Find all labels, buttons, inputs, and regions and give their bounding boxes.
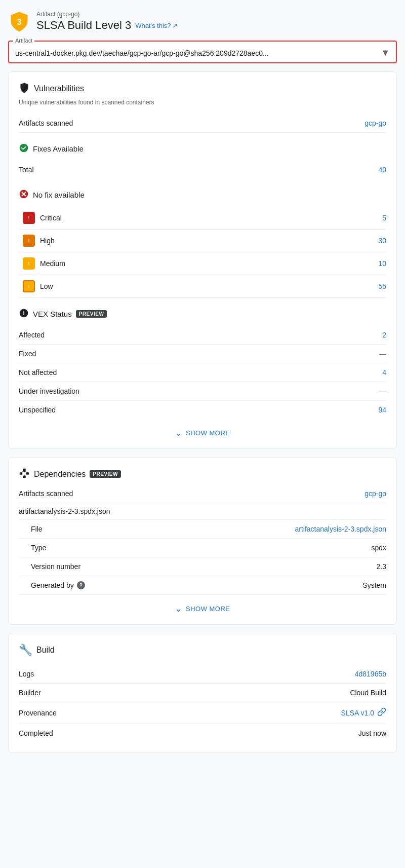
header-title: SLSA Build Level 3 What's this? ↗ (36, 19, 178, 32)
vex-not-affected-value[interactable]: 4 (382, 368, 386, 376)
severity-row-critical: Critical 5 (19, 207, 386, 230)
build-provenance-value: SLSA v1.0 (341, 709, 374, 717)
build-provenance-row: Provenance SLSA v1.0 (19, 702, 386, 724)
vex-fixed-value: — (379, 350, 386, 358)
vex-preview-badge: PREVIEW (76, 310, 107, 318)
build-builder-label: Builder (19, 689, 41, 697)
severity-left-low: ! Low (23, 280, 53, 292)
high-label: High (40, 237, 55, 245)
svg-line-18 (24, 471, 27, 472)
svg-text:!: ! (28, 285, 29, 288)
medium-value[interactable]: 10 (378, 259, 386, 268)
header-text: Artifact (gcp-go) SLSA Build Level 3 Wha… (36, 11, 178, 32)
build-builder-row: Builder Cloud Build (19, 684, 386, 702)
build-logs-value[interactable]: 4d81965b (355, 670, 386, 678)
vulnerabilities-title: Vulnerabilities (34, 84, 84, 93)
vulnerabilities-subtitle: Unique vulnerabilities found in scanned … (19, 99, 386, 106)
dep-type-row: Type spdx (19, 539, 386, 557)
severity-row-low: ! Low 55 (19, 275, 386, 298)
artifacts-scanned-value[interactable]: gcp-go (364, 119, 386, 127)
svg-rect-15 (23, 476, 26, 478)
external-link-icon: ↗ (172, 22, 178, 29)
vex-unspecified-value[interactable]: 94 (378, 406, 386, 414)
dep-filename-row: artifactanalysis-2-3.spdx.json (19, 503, 386, 520)
dep-version-label: Version number (31, 562, 80, 571)
critical-label: Critical (40, 214, 62, 222)
severity-left-medium: ! Medium (23, 257, 65, 270)
vex-under-investigation-value: — (379, 387, 386, 395)
low-value[interactable]: 55 (378, 282, 386, 290)
fixes-total-value[interactable]: 40 (378, 166, 386, 174)
fixes-available-header: Fixes Available (19, 139, 386, 159)
artifact-dropdown[interactable]: us-central1-docker.pkg.dev/taechae/gcp-g… (15, 48, 390, 58)
no-fix-header: No fix available (19, 185, 386, 205)
build-completed-label: Completed (19, 729, 53, 737)
severity-row-medium: ! Medium 10 (19, 252, 386, 275)
vex-affected-label: Affected (19, 331, 45, 339)
no-fix-section: No fix available Critical 5 ! Hi (19, 185, 386, 298)
dependencies-preview-badge: PREVIEW (90, 470, 121, 478)
svg-text:3: 3 (17, 18, 22, 26)
artifacts-scanned-label: Artifacts scanned (19, 119, 73, 127)
vex-affected-value[interactable]: 2 (382, 331, 386, 339)
svg-text:!: ! (28, 239, 30, 243)
vex-unspecified-label: Unspecified (19, 406, 56, 414)
check-circle-icon (19, 143, 29, 155)
svg-text:i: i (23, 310, 24, 316)
dep-file-label: File (31, 525, 43, 533)
build-logs-label: Logs (19, 670, 34, 678)
show-more-chevron-icon: ⌄ (175, 427, 183, 438)
medium-label: Medium (40, 259, 65, 268)
vex-fixed-label: Fixed (19, 350, 36, 358)
medium-icon: ! (23, 257, 35, 270)
dep-generated-by-label: Generated by (31, 581, 74, 589)
artifact-selector[interactable]: Artifact us-central1-docker.pkg.dev/taec… (8, 41, 397, 63)
vex-under-investigation-row: Under investigation — (19, 382, 386, 401)
page-header: 3 Artifact (gcp-go) SLSA Build Level 3 W… (8, 8, 397, 34)
dependencies-icon (19, 468, 30, 480)
vex-info-icon: i (19, 308, 29, 320)
fixes-available-title: Fixes Available (33, 144, 84, 153)
fixes-total-row: Total 40 (19, 161, 386, 179)
severity-left-critical: Critical (23, 212, 62, 224)
header-subtitle: Artifact (gcp-go) (36, 11, 178, 18)
severity-row-high: ! High 30 (19, 230, 386, 252)
artifacts-scanned-row: Artifacts scanned gcp-go (19, 114, 386, 133)
shield-badge: 3 (8, 10, 30, 32)
dep-file-value[interactable]: artifactanalysis-2-3.spdx.json (295, 525, 386, 533)
dep-artifacts-scanned-label: Artifacts scanned (19, 489, 73, 498)
dep-version-row: Version number 2.3 (19, 557, 386, 576)
chain-link-icon[interactable] (377, 707, 386, 719)
dependencies-show-more[interactable]: ⌄ SHOW MORE (19, 603, 386, 614)
wrench-icon: 🔧 (19, 644, 32, 657)
build-logs-row: Logs 4d81965b (19, 665, 386, 684)
vulnerabilities-card: Vulnerabilities Unique vulnerabilities f… (8, 71, 397, 449)
error-circle-icon (19, 189, 29, 201)
fixes-available-section: Fixes Available Total 40 (19, 139, 386, 179)
build-completed-row: Completed Just now (19, 724, 386, 742)
low-label: Low (40, 282, 53, 290)
dep-file-row: File artifactanalysis-2-3.spdx.json (19, 520, 386, 539)
high-value[interactable]: 30 (378, 237, 386, 245)
build-card: 🔧 Build Logs 4d81965b Builder Cloud Buil… (8, 633, 397, 753)
dep-type-value: spdx (371, 544, 386, 552)
vulnerabilities-show-more[interactable]: ⌄ SHOW MORE (19, 427, 386, 438)
vex-affected-row: Affected 2 (19, 326, 386, 345)
whats-this-link[interactable]: What's this? ↗ (135, 22, 177, 29)
dep-generated-by-value: System (362, 581, 386, 589)
vulnerabilities-header: Vulnerabilities (19, 82, 386, 95)
build-completed-value: Just now (358, 729, 386, 737)
low-icon: ! (23, 280, 35, 292)
dep-filename: artifactanalysis-2-3.spdx.json (19, 507, 110, 515)
critical-value[interactable]: 5 (382, 214, 386, 222)
dropdown-arrow-icon: ▼ (381, 48, 390, 58)
svg-line-17 (21, 471, 24, 472)
vex-not-affected-label: Not affected (19, 368, 57, 376)
svg-text:!: ! (28, 261, 30, 266)
generated-by-help-icon[interactable]: ? (77, 581, 85, 589)
artifact-value: us-central1-docker.pkg.dev/taechae/gcp-g… (15, 49, 381, 57)
high-icon: ! (23, 235, 35, 247)
dep-artifacts-scanned-value[interactable]: gcp-go (364, 489, 386, 498)
artifact-label: Artifact (13, 37, 34, 44)
dependencies-card: Dependencies PREVIEW Artifacts scanned g… (8, 457, 397, 625)
